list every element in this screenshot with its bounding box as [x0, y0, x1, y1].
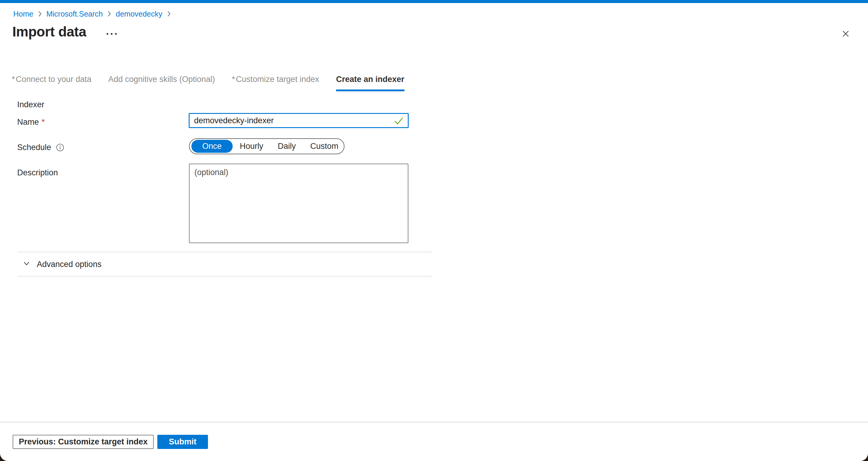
tab-customize-target-index[interactable]: *Customize target index	[232, 75, 319, 91]
chevron-right-icon	[107, 10, 112, 18]
description-textarea[interactable]	[189, 164, 408, 243]
schedule-label: Schedule	[17, 143, 64, 152]
chevron-down-icon	[22, 259, 31, 270]
divider	[17, 252, 433, 252]
tab-connect-to-your-data[interactable]: *Connect to your data	[12, 75, 91, 91]
top-accent-bar	[0, 0, 868, 3]
description-label: Description	[17, 168, 58, 178]
chevron-right-icon	[167, 10, 171, 18]
import-data-panel: Home Microsoft.Search demovedecky Import…	[0, 0, 868, 461]
breadcrumb: Home Microsoft.Search demovedecky	[13, 9, 171, 19]
tab-create-an-indexer[interactable]: Create an indexer	[336, 75, 404, 91]
schedule-option-once[interactable]: Once	[191, 140, 233, 153]
ellipsis-icon[interactable]	[105, 31, 119, 36]
info-icon[interactable]	[56, 144, 64, 152]
section-title-indexer: Indexer	[17, 100, 44, 110]
footer-divider	[0, 422, 868, 423]
advanced-options-label: Advanced options	[37, 260, 101, 269]
breadcrumb-link-microsoft-search[interactable]: Microsoft.Search	[46, 9, 103, 19]
schedule-option-daily[interactable]: Daily	[271, 142, 303, 151]
schedule-option-hourly[interactable]: Hourly	[233, 142, 271, 151]
divider	[17, 276, 433, 277]
tab-required-marker: *	[12, 75, 15, 84]
advanced-options-toggle[interactable]: Advanced options	[22, 259, 101, 270]
indexer-name-input[interactable]	[189, 113, 409, 128]
tab-label: Connect to your data	[16, 75, 92, 84]
previous-step-button[interactable]: Previous: Customize target index	[13, 435, 154, 449]
submit-button[interactable]: Submit	[157, 435, 208, 449]
required-asterisk: *	[41, 118, 45, 127]
breadcrumb-link-demovedecky[interactable]: demovedecky	[116, 9, 162, 19]
schedule-option-custom[interactable]: Custom	[303, 142, 346, 151]
tab-label: Customize target index	[236, 75, 319, 84]
tab-add-cognitive-skills[interactable]: Add cognitive skills (Optional)	[108, 75, 215, 91]
tab-bar: *Connect to your data Add cognitive skil…	[12, 75, 404, 91]
name-label: Name*	[17, 118, 45, 127]
tab-label: Create an indexer	[336, 75, 404, 84]
active-tab-underline	[336, 90, 404, 91]
tab-required-marker: *	[232, 75, 235, 84]
chevron-right-icon	[38, 10, 42, 18]
schedule-toggle-group: Once Hourly Daily Custom	[189, 138, 344, 154]
page-title: Import data	[12, 24, 86, 40]
tab-label: Add cognitive skills (Optional)	[108, 75, 215, 84]
breadcrumb-link-home[interactable]: Home	[13, 9, 33, 19]
close-icon[interactable]	[840, 28, 851, 39]
